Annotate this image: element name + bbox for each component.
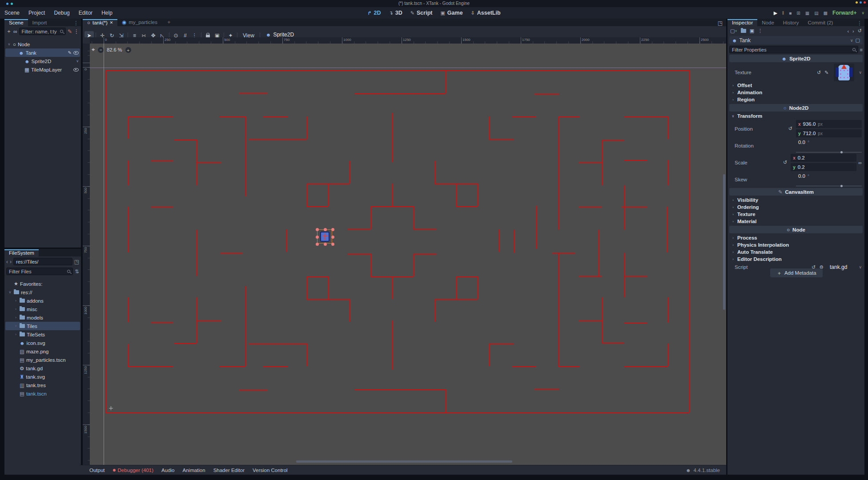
zoom-out-button[interactable]: − bbox=[98, 47, 104, 53]
dock-menu-icon[interactable]: ⋮ bbox=[855, 20, 864, 26]
scene-tree-item-tilemaplayer[interactable]: ▦TileMapLayer bbox=[5, 65, 80, 74]
section-node2d[interactable]: ○ Node2D bbox=[729, 104, 863, 112]
file-item-maze-png[interactable]: ▨maze.png bbox=[5, 347, 80, 356]
section-sprite2d[interactable]: ☻ Sprite2D bbox=[729, 55, 863, 62]
file-item-tiles[interactable]: ›Tiles bbox=[5, 322, 80, 330]
bottom-panel-version-control[interactable]: Version Control bbox=[249, 468, 292, 473]
menu-editor[interactable]: Editor bbox=[74, 10, 97, 16]
bottom-panel-shader-editor[interactable]: Shader Editor bbox=[209, 468, 249, 473]
save-resource-icon[interactable]: ▣ bbox=[750, 28, 754, 34]
inspector-tab-commit2[interactable]: Commit (2) bbox=[804, 20, 838, 26]
zoom-in-button[interactable]: ＋ bbox=[125, 47, 131, 53]
filter-properties-input[interactable]: Filter Properties bbox=[729, 46, 858, 53]
inspector-tab-inspector[interactable]: Inspector bbox=[727, 19, 757, 26]
rotation-property-row[interactable]: Rotation 0.0° bbox=[727, 138, 864, 153]
group-auto-translate[interactable]: ›Auto Translate bbox=[727, 248, 864, 256]
object-history-icon[interactable]: ↺ bbox=[858, 28, 862, 34]
group-material[interactable]: ›Material bbox=[727, 218, 864, 225]
2d-canvas[interactable]: ⌖ − 82.6 % ＋ bbox=[90, 44, 726, 465]
attach-script-button[interactable]: ✎ bbox=[68, 28, 72, 35]
section-node[interactable]: ○ Node bbox=[729, 226, 863, 233]
forward-icon[interactable]: › bbox=[10, 259, 12, 265]
revert-icon[interactable]: ↺ bbox=[788, 126, 792, 132]
play-custom-scene-button[interactable]: ▦ bbox=[805, 11, 809, 16]
stop-button[interactable]: ■ bbox=[789, 11, 792, 16]
file-item-addons[interactable]: ›addons bbox=[5, 296, 80, 305]
movie-maker-button[interactable]: ▤ bbox=[814, 11, 818, 16]
position-x-field[interactable]: x936.0px bbox=[796, 120, 862, 128]
menu-scene[interactable]: Scene bbox=[0, 10, 24, 16]
property-tools-icon[interactable]: ≡ bbox=[860, 47, 863, 52]
split-view-icon[interactable]: ◳ bbox=[74, 259, 79, 265]
inspector-tab-node[interactable]: Node bbox=[757, 20, 779, 26]
group-editor-description[interactable]: ›Editor Description bbox=[727, 256, 864, 263]
add-metadata-button[interactable]: ＋ Add Metadata bbox=[770, 268, 823, 277]
horizontal-scrollbar[interactable] bbox=[296, 460, 512, 463]
scene-tree-item-tank[interactable]: ☻Tank✎ bbox=[5, 48, 80, 57]
link-scale-icon[interactable]: ∞ bbox=[858, 160, 862, 165]
bottom-panel-audio[interactable]: Audio bbox=[157, 468, 178, 473]
open-docs-icon[interactable]: ▢ bbox=[856, 37, 860, 43]
group-offset[interactable]: ›Offset bbox=[727, 82, 864, 89]
workspace-game[interactable]: ▣Game bbox=[440, 10, 462, 16]
file-item-tank-tres[interactable]: ▥tank.tres bbox=[5, 381, 80, 389]
load-resource-icon[interactable] bbox=[741, 29, 746, 33]
menu-help[interactable]: Help bbox=[97, 10, 117, 16]
skew-property-row[interactable]: Skew 0.0° bbox=[727, 172, 864, 187]
resource-menu-icon[interactable]: ⋮ bbox=[758, 28, 763, 34]
bottom-panel-debugger--401-[interactable]: Debugger (401) bbox=[109, 468, 158, 473]
revert-icon[interactable]: ↺ bbox=[817, 70, 821, 76]
script-icon[interactable]: ✎ bbox=[68, 50, 72, 55]
file-item-favorites-[interactable]: ★Favorites: bbox=[5, 280, 80, 288]
group-ordering[interactable]: ›Ordering bbox=[727, 204, 864, 211]
edited-node-selector[interactable]: ☻ Tank ∨ ▢ bbox=[729, 36, 863, 44]
play-button[interactable]: ▶ bbox=[774, 10, 777, 16]
group-visibility[interactable]: ›Visibility bbox=[727, 196, 864, 204]
add-scene-tab-button[interactable]: ＋ bbox=[162, 18, 176, 26]
revert-icon[interactable]: ↺ bbox=[783, 160, 787, 165]
instantiate-scene-button[interactable]: ∞ bbox=[13, 28, 17, 35]
selection-handle[interactable] bbox=[316, 228, 319, 231]
play-scene-button[interactable]: ⊞ bbox=[796, 11, 800, 16]
back-icon[interactable]: ‹ bbox=[6, 259, 8, 265]
expand-viewport-icon[interactable]: ◳ bbox=[714, 20, 726, 26]
selection-handle[interactable] bbox=[331, 243, 334, 246]
menu-debug[interactable]: Debug bbox=[49, 10, 74, 16]
skew-slider[interactable] bbox=[796, 181, 862, 187]
group-animation[interactable]: ›Animation bbox=[727, 89, 864, 96]
chevron-down-icon[interactable]: ∨ bbox=[76, 59, 79, 63]
file-item-icon-svg[interactable]: ☻icon.svg bbox=[5, 339, 80, 347]
scene-filter-input[interactable]: Filter: name, t:ty bbox=[19, 28, 66, 35]
file-item-tilesets[interactable]: ›TileSets bbox=[5, 330, 80, 339]
file-item-models[interactable]: ›models bbox=[5, 313, 80, 322]
texture-preview[interactable] bbox=[834, 64, 854, 81]
workspace-assetlib[interactable]: ⇩AssetLib bbox=[471, 10, 501, 16]
section-canvasitem[interactable]: ✎ CanvasItem bbox=[729, 188, 863, 196]
close-tab-icon[interactable]: ✕ bbox=[110, 20, 113, 25]
pause-button[interactable]: ‖ bbox=[782, 11, 784, 16]
add-node-button[interactable]: ＋ bbox=[6, 28, 12, 35]
transform-group[interactable]: ∨ Transform bbox=[727, 112, 864, 120]
scene-tab-tank[interactable]: ○tank(*)✕ bbox=[83, 19, 117, 26]
scale-y-field[interactable]: y0.2 bbox=[791, 163, 856, 171]
script-value[interactable]: tank.gd bbox=[830, 264, 847, 270]
selection-handle[interactable] bbox=[331, 236, 334, 239]
workspace-2d[interactable]: ↱2D bbox=[367, 10, 381, 16]
file-item-my-particles-tscn[interactable]: ▤my_particles.tscn bbox=[5, 356, 80, 364]
zoom-level[interactable]: 82.6 % bbox=[107, 47, 122, 52]
scene-tree-item-sprite2d[interactable]: ☻Sprite2D∨ bbox=[5, 57, 80, 65]
workspace-3d[interactable]: ↴3D bbox=[389, 10, 402, 16]
menu-project[interactable]: Project bbox=[24, 10, 49, 16]
scene-tab-myparticles[interactable]: ◉my_particles bbox=[117, 19, 162, 26]
group-region[interactable]: ›Region bbox=[727, 96, 864, 103]
file-item-res---[interactable]: ∨res:// bbox=[5, 288, 80, 296]
edit-texture-icon[interactable]: ✎ bbox=[824, 70, 828, 76]
tab-filesystem[interactable]: FileSystem bbox=[4, 249, 39, 256]
group-texture[interactable]: ›Texture bbox=[727, 211, 864, 218]
center-view-icon[interactable]: ⌖ bbox=[92, 46, 95, 53]
texture-property-row[interactable]: Texture ↺ ✎ ∨ bbox=[727, 63, 864, 82]
filter-files-input[interactable]: Filter Files bbox=[6, 268, 73, 275]
selection-handle[interactable] bbox=[324, 228, 327, 231]
bottom-panel-animation[interactable]: Animation bbox=[179, 468, 209, 473]
history-back-icon[interactable]: ‹ bbox=[847, 28, 849, 34]
